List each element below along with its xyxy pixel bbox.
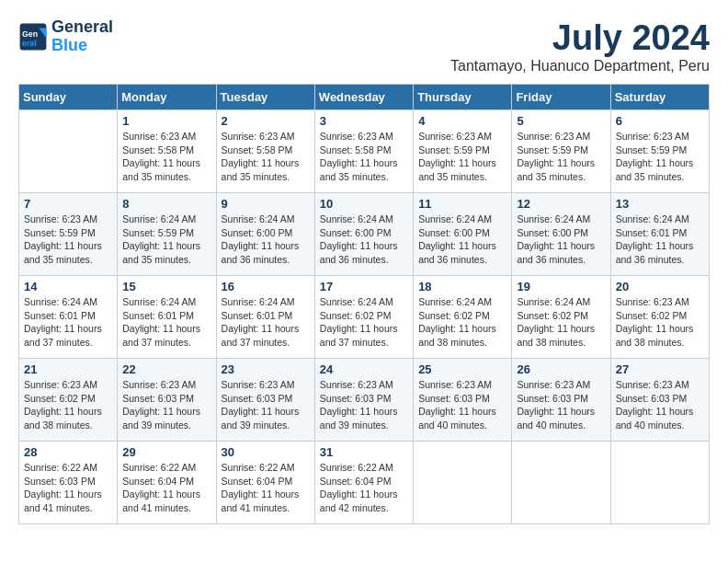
logo-line1: General	[51, 18, 113, 37]
day-info: Sunrise: 6:23 AMSunset: 5:58 PMDaylight:…	[222, 130, 310, 184]
calendar-cell	[512, 442, 610, 524]
day-info: Sunrise: 6:23 AMSunset: 5:59 PMDaylight:…	[616, 130, 704, 184]
calendar-cell: 31Sunrise: 6:22 AMSunset: 6:04 PMDayligh…	[314, 442, 413, 524]
calendar-cell: 15Sunrise: 6:24 AMSunset: 6:01 PMDayligh…	[118, 276, 216, 359]
day-number: 23	[222, 362, 310, 376]
day-number: 12	[517, 197, 605, 211]
header-monday: Monday	[118, 85, 216, 110]
header-friday: Friday	[512, 85, 610, 110]
logo: Gen eral General Blue	[18, 18, 113, 55]
calendar-cell	[610, 442, 709, 524]
calendar-cell: 25Sunrise: 6:23 AMSunset: 6:03 PMDayligh…	[414, 359, 512, 442]
month-title: July 2024	[450, 18, 710, 58]
day-info: Sunrise: 6:23 AMSunset: 6:02 PMDaylight:…	[24, 378, 112, 432]
header: Gen eral General Blue July 2024 Tantamay…	[18, 18, 710, 75]
calendar-cell: 16Sunrise: 6:24 AMSunset: 6:01 PMDayligh…	[216, 276, 314, 359]
calendar-cell: 18Sunrise: 6:24 AMSunset: 6:02 PMDayligh…	[414, 276, 512, 359]
day-number: 17	[320, 280, 408, 293]
title-area: July 2024 Tantamayo, Huanuco Department,…	[450, 18, 710, 75]
calendar-cell: 1Sunrise: 6:23 AMSunset: 5:58 PMDaylight…	[118, 110, 216, 193]
calendar-cell: 23Sunrise: 6:23 AMSunset: 6:03 PMDayligh…	[216, 359, 314, 442]
day-info: Sunrise: 6:24 AMSunset: 6:00 PMDaylight:…	[320, 213, 408, 267]
calendar-cell: 6Sunrise: 6:23 AMSunset: 5:59 PMDaylight…	[610, 110, 709, 193]
day-number: 16	[222, 280, 310, 293]
day-number: 25	[418, 362, 506, 376]
header-thursday: Thursday	[414, 85, 512, 110]
day-info: Sunrise: 6:23 AMSunset: 5:59 PMDaylight:…	[418, 130, 506, 184]
day-number: 6	[616, 114, 704, 128]
day-info: Sunrise: 6:23 AMSunset: 5:59 PMDaylight:…	[24, 213, 112, 267]
calendar-header-row: SundayMondayTuesdayWednesdayThursdayFrid…	[19, 85, 710, 110]
calendar-cell: 8Sunrise: 6:24 AMSunset: 5:59 PMDaylight…	[118, 193, 216, 276]
day-number: 27	[616, 362, 704, 376]
calendar-cell: 20Sunrise: 6:23 AMSunset: 6:02 PMDayligh…	[610, 276, 709, 359]
day-number: 29	[122, 445, 210, 459]
day-number: 2	[222, 114, 310, 128]
week-row-0: 1Sunrise: 6:23 AMSunset: 5:58 PMDaylight…	[19, 110, 710, 193]
day-number: 18	[418, 280, 506, 293]
calendar-cell: 30Sunrise: 6:22 AMSunset: 6:04 PMDayligh…	[216, 442, 314, 524]
day-info: Sunrise: 6:24 AMSunset: 6:01 PMDaylight:…	[122, 295, 210, 350]
day-info: Sunrise: 6:24 AMSunset: 6:01 PMDaylight:…	[616, 213, 704, 267]
day-info: Sunrise: 6:23 AMSunset: 5:59 PMDaylight:…	[517, 130, 605, 184]
day-number: 9	[222, 197, 310, 211]
day-number: 5	[517, 114, 605, 128]
day-info: Sunrise: 6:22 AMSunset: 6:04 PMDaylight:…	[320, 461, 408, 515]
calendar-cell: 4Sunrise: 6:23 AMSunset: 5:59 PMDaylight…	[414, 110, 512, 193]
day-info: Sunrise: 6:23 AMSunset: 6:03 PMDaylight:…	[418, 378, 506, 432]
day-number: 31	[320, 445, 408, 459]
header-wednesday: Wednesday	[314, 85, 413, 110]
header-sunday: Sunday	[19, 85, 118, 110]
day-number: 14	[24, 280, 112, 293]
day-number: 13	[616, 197, 704, 211]
calendar-cell: 11Sunrise: 6:24 AMSunset: 6:00 PMDayligh…	[414, 193, 512, 276]
calendar-cell: 29Sunrise: 6:22 AMSunset: 6:04 PMDayligh…	[118, 442, 216, 524]
calendar-cell: 22Sunrise: 6:23 AMSunset: 6:03 PMDayligh…	[118, 359, 216, 442]
day-info: Sunrise: 6:23 AMSunset: 6:03 PMDaylight:…	[222, 378, 310, 432]
logo-line2: Blue	[51, 37, 113, 55]
week-row-3: 21Sunrise: 6:23 AMSunset: 6:02 PMDayligh…	[19, 359, 710, 442]
calendar-cell: 24Sunrise: 6:23 AMSunset: 6:03 PMDayligh…	[314, 359, 413, 442]
day-number: 11	[418, 197, 506, 211]
day-number: 15	[122, 280, 210, 293]
calendar-table: SundayMondayTuesdayWednesdayThursdayFrid…	[18, 84, 710, 524]
day-info: Sunrise: 6:24 AMSunset: 6:00 PMDaylight:…	[418, 213, 506, 267]
day-number: 30	[222, 445, 310, 459]
calendar-cell: 12Sunrise: 6:24 AMSunset: 6:00 PMDayligh…	[512, 193, 610, 276]
day-info: Sunrise: 6:23 AMSunset: 5:58 PMDaylight:…	[320, 130, 408, 184]
day-info: Sunrise: 6:24 AMSunset: 6:00 PMDaylight:…	[517, 213, 605, 267]
day-number: 10	[320, 197, 408, 211]
header-saturday: Saturday	[610, 85, 709, 110]
day-number: 28	[24, 445, 112, 459]
day-info: Sunrise: 6:22 AMSunset: 6:04 PMDaylight:…	[222, 461, 310, 515]
day-number: 20	[616, 280, 704, 293]
day-number: 7	[24, 197, 112, 211]
calendar-cell: 14Sunrise: 6:24 AMSunset: 6:01 PMDayligh…	[19, 276, 118, 359]
day-info: Sunrise: 6:23 AMSunset: 6:02 PMDaylight:…	[616, 295, 704, 350]
header-tuesday: Tuesday	[216, 85, 314, 110]
day-number: 3	[320, 114, 408, 128]
week-row-2: 14Sunrise: 6:24 AMSunset: 6:01 PMDayligh…	[19, 276, 710, 359]
svg-text:eral: eral	[22, 38, 37, 47]
day-info: Sunrise: 6:24 AMSunset: 6:02 PMDaylight:…	[320, 295, 408, 350]
calendar-cell: 7Sunrise: 6:23 AMSunset: 5:59 PMDaylight…	[19, 193, 118, 276]
calendar-cell: 26Sunrise: 6:23 AMSunset: 6:03 PMDayligh…	[512, 359, 610, 442]
day-info: Sunrise: 6:23 AMSunset: 6:03 PMDaylight:…	[320, 378, 408, 432]
day-info: Sunrise: 6:22 AMSunset: 6:04 PMDaylight:…	[122, 461, 210, 515]
day-info: Sunrise: 6:22 AMSunset: 6:03 PMDaylight:…	[24, 461, 112, 515]
day-number: 24	[320, 362, 408, 376]
calendar-cell: 3Sunrise: 6:23 AMSunset: 5:58 PMDaylight…	[314, 110, 413, 193]
calendar-cell: 10Sunrise: 6:24 AMSunset: 6:00 PMDayligh…	[314, 193, 413, 276]
day-info: Sunrise: 6:24 AMSunset: 6:02 PMDaylight:…	[418, 295, 506, 350]
calendar-cell: 27Sunrise: 6:23 AMSunset: 6:03 PMDayligh…	[610, 359, 709, 442]
calendar-cell: 17Sunrise: 6:24 AMSunset: 6:02 PMDayligh…	[314, 276, 413, 359]
calendar-cell	[414, 442, 512, 524]
day-info: Sunrise: 6:24 AMSunset: 6:02 PMDaylight:…	[517, 295, 605, 350]
day-info: Sunrise: 6:23 AMSunset: 6:03 PMDaylight:…	[517, 378, 605, 432]
day-number: 8	[122, 197, 210, 211]
day-info: Sunrise: 6:24 AMSunset: 6:01 PMDaylight:…	[24, 295, 112, 350]
calendar-cell: 2Sunrise: 6:23 AMSunset: 5:58 PMDaylight…	[216, 110, 314, 193]
calendar-cell: 13Sunrise: 6:24 AMSunset: 6:01 PMDayligh…	[610, 193, 709, 276]
calendar-cell: 28Sunrise: 6:22 AMSunset: 6:03 PMDayligh…	[19, 442, 118, 524]
calendar-cell: 21Sunrise: 6:23 AMSunset: 6:02 PMDayligh…	[19, 359, 118, 442]
